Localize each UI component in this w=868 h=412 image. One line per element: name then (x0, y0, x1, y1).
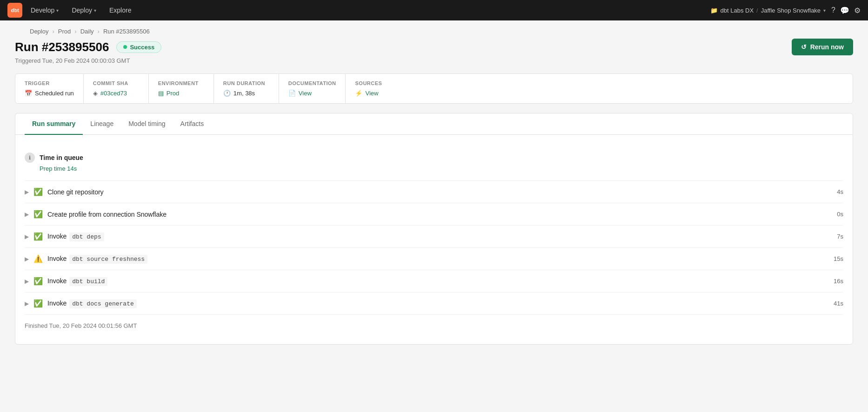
meta-trigger: Trigger 📅 Scheduled run (15, 74, 84, 103)
run-title: Run #253895506 (15, 40, 109, 54)
breadcrumb: Deploy › Prod › Daily › Run #253895506 (15, 20, 853, 39)
meta-commit: Commit SHA ◈ #03ced73 (84, 74, 149, 103)
prep-time-link[interactable]: Prep time 14s (40, 165, 77, 172)
meta-trigger-value: 📅 Scheduled run (25, 90, 74, 97)
step-profile-name: Create profile from connection Snowflake (47, 211, 829, 218)
tabs: Run summary Lineage Model timing Artifac… (15, 113, 853, 135)
nav-icons: ? 💬 ⚙ (831, 6, 861, 15)
settings-icon[interactable]: ⚙ (854, 6, 861, 15)
sources-icon: ⚡ (355, 90, 362, 97)
step-clone-icon: ✅ (33, 187, 43, 196)
breadcrumb-prod[interactable]: Prod (58, 28, 71, 35)
step-clone-name: Clone git repository (47, 188, 829, 196)
meta-documentation: Documentation 📄 View (279, 74, 346, 103)
step-deps-duration: 7s (837, 233, 843, 240)
env-link[interactable]: Prod (167, 90, 179, 97)
step-profile-expand[interactable]: ▶ (25, 211, 29, 218)
tab-run-summary[interactable]: Run summary (25, 113, 83, 135)
step-profile: ▶ ✅ Create profile from connection Snowf… (25, 203, 843, 226)
step-deps: ▶ ✅ Invoke dbt deps 7s (25, 226, 843, 248)
step-build-expand[interactable]: ▶ (25, 278, 29, 285)
meta-trigger-label: Trigger (25, 80, 74, 86)
commit-icon: ◈ (93, 90, 98, 97)
doc-link[interactable]: View (299, 90, 312, 97)
step-freshness-icon: ⚠️ (33, 254, 43, 263)
project-chevron[interactable]: ▾ (823, 8, 826, 13)
step-deps-expand[interactable]: ▶ (25, 233, 29, 240)
step-docs-name: Invoke dbt docs generate (47, 299, 826, 307)
metadata-row: Trigger 📅 Scheduled run Commit SHA ◈ #03… (15, 73, 853, 104)
top-nav: dbt Develop ▾ Deploy ▾ Explore 📁 dbt Lab… (0, 0, 868, 20)
breadcrumb-deploy[interactable]: Deploy (30, 28, 48, 35)
step-freshness-expand[interactable]: ▶ (25, 256, 29, 262)
calendar-icon: 📅 (25, 90, 32, 97)
tab-model-timing[interactable]: Model timing (121, 113, 173, 135)
breadcrumb-sep-1: › (52, 28, 54, 35)
meta-sources-value: ⚡ View (355, 90, 401, 97)
meta-env-value: ▤ Prod (158, 90, 204, 97)
doc-icon: 📄 (288, 90, 296, 97)
meta-env-label: Environment (158, 80, 204, 86)
step-freshness-duration: 15s (834, 255, 843, 262)
step-docs: ▶ ✅ Invoke dbt docs generate 41s (25, 292, 843, 315)
chat-icon[interactable]: 💬 (840, 6, 849, 15)
step-clone-duration: 4s (837, 188, 843, 195)
step-freshness-name: Invoke dbt source freshness (47, 255, 826, 263)
nav-right: 📁 dbt Labs DX / Jaffle Shop Snowflake ▾ … (710, 6, 861, 15)
meta-sources-label: Sources (355, 80, 401, 86)
meta-duration-label: Run duration (223, 80, 269, 86)
workspace-icon: 📁 (710, 7, 718, 14)
workspace-sep: / (756, 7, 758, 14)
meta-doc-label: Documentation (288, 80, 336, 86)
sources-link[interactable]: View (365, 90, 378, 97)
step-profile-icon: ✅ (33, 210, 43, 219)
main-content: Deploy › Prod › Daily › Run #253895506 R… (0, 20, 868, 412)
meta-duration: Run duration 🕐 1m, 38s (214, 74, 279, 103)
queue-step: ℹ Time in queue Prep time 14s (25, 146, 843, 181)
dbt-logo: dbt (7, 3, 22, 18)
breadcrumb-sep-2: › (74, 28, 76, 35)
step-clone-expand[interactable]: ▶ (25, 189, 29, 195)
step-docs-expand[interactable]: ▶ (25, 300, 29, 307)
develop-chevron: ▾ (56, 8, 59, 13)
commit-link[interactable]: #03ced73 (100, 90, 127, 97)
nav-explore[interactable]: Explore (105, 5, 136, 16)
meta-duration-value: 🕐 1m, 38s (223, 90, 269, 97)
status-badge: Success (116, 41, 161, 53)
meta-commit-value: ◈ #03ced73 (93, 90, 139, 97)
breadcrumb-daily[interactable]: Daily (80, 28, 94, 35)
tabs-container: Run summary Lineage Model timing Artifac… (15, 113, 853, 345)
tab-artifacts[interactable]: Artifacts (173, 113, 212, 135)
breadcrumb-sep-3: › (98, 28, 100, 35)
nav-develop[interactable]: Develop ▾ (26, 5, 63, 16)
help-icon[interactable]: ? (831, 6, 835, 14)
clock-icon: 🕐 (223, 90, 231, 97)
step-build-icon: ✅ (33, 277, 43, 286)
nav-deploy[interactable]: Deploy ▾ (67, 5, 101, 16)
step-build-name: Invoke dbt build (47, 277, 826, 285)
step-clone: ▶ ✅ Clone git repository 4s (25, 181, 843, 203)
status-dot (123, 45, 127, 49)
step-docs-icon: ✅ (33, 299, 43, 308)
org-name: dbt Labs DX (721, 7, 754, 14)
project-name: Jaffle Shop Snowflake (761, 7, 821, 14)
prep-time: Prep time 14s (40, 165, 843, 172)
tab-content: ℹ Time in queue Prep time 14s ▶ ✅ Clone … (15, 135, 853, 344)
workspace-info: 📁 dbt Labs DX / Jaffle Shop Snowflake ▾ (710, 7, 826, 14)
queue-header: ℹ Time in queue (25, 153, 843, 163)
rerun-icon: ↺ (801, 43, 807, 51)
rerun-label: Rerun now (810, 43, 844, 51)
queue-name: Time in queue (40, 154, 83, 161)
step-deps-icon: ✅ (33, 232, 43, 241)
step-profile-duration: 0s (837, 211, 843, 218)
step-deps-name: Invoke dbt deps (47, 233, 829, 240)
finished-text: Finished Tue, 20 Feb 2024 00:01:56 GMT (25, 315, 843, 333)
step-build-duration: 16s (834, 278, 843, 285)
tab-lineage[interactable]: Lineage (83, 113, 121, 135)
rerun-button[interactable]: ↺ Rerun now (792, 39, 853, 55)
triggered-text: Triggered Tue, 20 Feb 2024 00:00:03 GMT (15, 57, 853, 64)
meta-doc-value: 📄 View (288, 90, 336, 97)
meta-environment: Environment ▤ Prod (149, 74, 214, 103)
nav-left: dbt Develop ▾ Deploy ▾ Explore (7, 3, 136, 18)
deploy-chevron: ▾ (94, 8, 96, 13)
